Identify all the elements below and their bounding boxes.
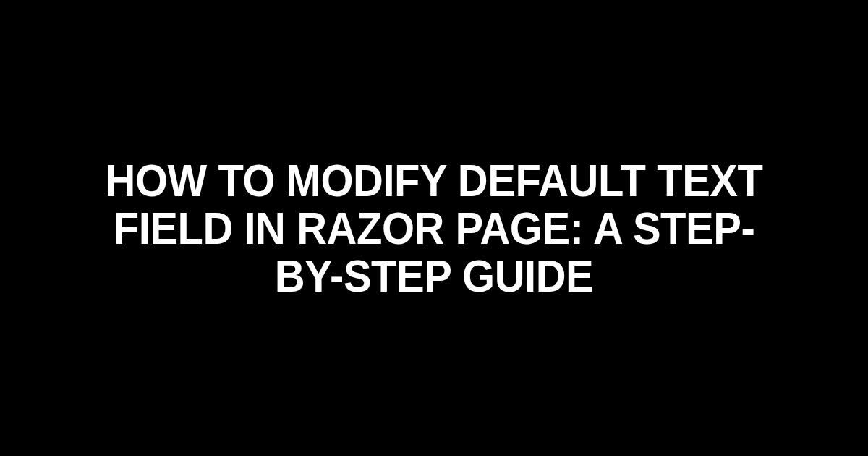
page-title: How to Modify Default Text Field in Razo… [81, 156, 786, 300]
